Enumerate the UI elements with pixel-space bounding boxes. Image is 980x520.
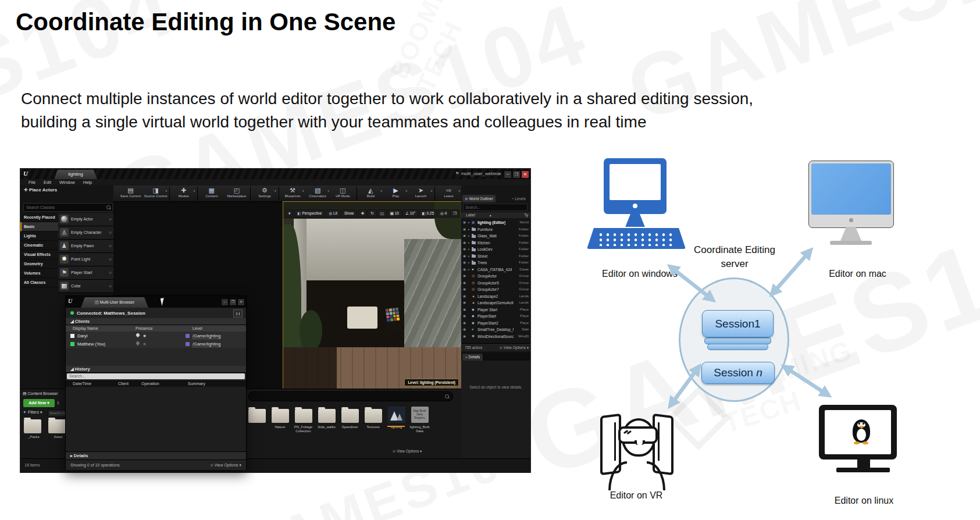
visibility-eye-icon[interactable]: ◉ (463, 253, 466, 260)
visibility-eye-icon[interactable]: ◉ (463, 280, 466, 287)
drag-grip-icon[interactable]: ≣ (109, 257, 112, 261)
outliner-row-trees[interactable]: ◉▸TreesFolder (461, 259, 530, 266)
drag-grip-icon[interactable]: ≣ (109, 217, 112, 221)
menu-edit[interactable]: Edit (44, 179, 51, 186)
place-item-cube[interactable]: Cube≣ (58, 280, 113, 293)
expand-arrow-icon[interactable]: ▸ (468, 233, 470, 240)
outliner-row-street[interactable]: ◉▸StreetFolder (461, 253, 530, 260)
maximize-viewport-icon[interactable]: ❐ (450, 209, 459, 218)
visibility-eye-icon[interactable]: ◉ (463, 246, 466, 253)
place-item-point-light[interactable]: Point Light≣ (58, 253, 113, 266)
outliner-row-glass-wall[interactable]: ◉▸Glass_WallFolder (461, 233, 530, 240)
toolbar-save-current[interactable]: ▤Save Current (118, 186, 143, 201)
menu-window[interactable]: Window (59, 179, 75, 186)
toolbar-settings[interactable]: ⚙▾Settings (252, 186, 277, 201)
visibility-eye-icon[interactable]: ◉ (463, 226, 466, 233)
expand-arrow-icon[interactable]: ▸ (468, 246, 470, 253)
outliner-row-lookdev[interactable]: ◉▸LookDevFolder (461, 246, 530, 253)
visibility-eye-icon[interactable]: ◉ (463, 326, 466, 333)
tab-levels[interactable]: ◔Levels (509, 195, 528, 202)
toolbar-content[interactable]: ▦Content (199, 186, 224, 201)
toolbar-marketplace[interactable]: ◰Marketplace (224, 186, 249, 201)
client-level-link[interactable]: /Game/lighting (193, 341, 220, 347)
snap-value-2[interactable]: ◧ 0.25 (419, 209, 437, 218)
category-cinematic[interactable]: Cinematic (20, 241, 58, 250)
visibility-eye-icon[interactable]: ◉ (463, 219, 466, 226)
outliner-search-input[interactable]: Search... (463, 204, 528, 211)
filters-button[interactable]: ▼ Filters ▾ (23, 410, 42, 415)
client-row-daryl[interactable]: Daryl◉/Game/lighting (66, 332, 246, 340)
visibility-eye-icon[interactable]: ◉ (463, 307, 466, 314)
asset-lighting[interactable]: lighting (386, 407, 407, 433)
place-actors-search-input[interactable]: Search Classes (23, 203, 113, 212)
close-button[interactable]: ✕ (521, 170, 529, 179)
minimize-button[interactable]: ─ (221, 298, 229, 306)
chevron-down-icon[interactable]: ▾ (431, 189, 433, 193)
visibility-eye-icon[interactable]: ◉ (463, 273, 466, 280)
snap-value-0[interactable]: ▦ 10 (387, 209, 402, 218)
outliner-row-landscape2[interactable]: ◉▲Landscape2Lands (461, 293, 530, 300)
toolbar-build[interactable]: ◭▾Build (358, 186, 383, 201)
client-level-link[interactable]: /Game/lighting (193, 333, 220, 339)
add-new-button[interactable]: Add New ▾ (23, 399, 55, 407)
content-browser-search-input[interactable] (248, 391, 453, 401)
expand-arrow-icon[interactable]: ▸ (468, 226, 470, 233)
place-item-empty-character[interactable]: ♙Empty Character≣ (58, 226, 113, 240)
multi-user-tab[interactable]: ◫ Multi-User Browser (81, 297, 148, 308)
chevron-down-icon[interactable]: ▾ (459, 189, 461, 193)
asset-lighting-built-data[interactable]: Map Build Data Registrylighting_Built Da… (409, 407, 430, 433)
toolbar-vr-mode[interactable]: ◫VR Mode (330, 186, 355, 201)
viewport-options-caret[interactable]: ▾ (286, 209, 293, 218)
history-section-header[interactable]: ◢ History (66, 366, 246, 373)
clients-section-header[interactable]: ◢ Clients (66, 318, 246, 325)
outliner-row-groupactor[interactable]: ◉◎GroupActorGroup (461, 273, 530, 280)
toolbar-blueprints[interactable]: ⚒▾Blueprints (280, 186, 305, 201)
toolbar-modes[interactable]: ✚▾Modes (171, 186, 196, 201)
rotate-icon[interactable]: ↻ (368, 209, 376, 218)
outliner-row-groupactor5[interactable]: ◉◎GroupActor5Group (461, 280, 530, 287)
minimize-button[interactable]: ─ (504, 170, 512, 179)
expand-arrow-icon[interactable]: ▸ (468, 240, 470, 247)
expand-arrow-icon[interactable]: ▸ (468, 253, 470, 260)
history-view-options[interactable]: ⊙View Options ▾ (210, 463, 241, 468)
pause-session-button[interactable]: ❙❙ (233, 309, 243, 318)
outliner-row-smalltree-desktop-field2[interactable]: ◉♠SmallTree_Desktop_Field2Stati (461, 326, 530, 333)
outliner-row-playerstart[interactable]: ◉◆PlayerStartPlaye (461, 313, 530, 320)
toolbar-source-control[interactable]: ◨▾Source Control (143, 186, 168, 201)
place-item-player-start[interactable]: ⚑Player Start≣ (58, 266, 113, 280)
chevron-down-icon[interactable]: ▾ (166, 189, 168, 193)
chevron-down-icon[interactable]: ▾ (380, 189, 382, 193)
toolbar-leave[interactable]: ⇨▾Leave (436, 186, 461, 201)
tab-details[interactable]: ⌕ Details (462, 354, 483, 361)
visibility-eye-icon[interactable]: ◉ (463, 266, 466, 273)
close-button[interactable]: ✕ (237, 298, 245, 306)
chevron-down-icon[interactable]: ▾ (275, 189, 276, 193)
outliner-row-casa-itatiba-424[interactable]: ◉▸●CASA_ITATIBA_424Datas (461, 266, 530, 273)
chevron-down-icon[interactable]: ▾ (194, 189, 195, 193)
category-visual-effects[interactable]: Visual Effects (20, 250, 58, 259)
drag-grip-icon[interactable]: ≣ (109, 270, 112, 275)
viewport-show-button[interactable]: Show (341, 209, 357, 218)
chevron-down-icon[interactable]: ▾ (405, 189, 407, 193)
visibility-eye-icon[interactable]: ◉ (463, 259, 466, 266)
restore-button[interactable]: ❐ (512, 170, 521, 179)
client-row-matthew-you[interactable]: Matthew (You)◉/Game/lighting (66, 340, 246, 348)
category-recently-placed[interactable]: Recently Placed (20, 213, 58, 222)
expand-arrow-icon[interactable]: ▸ (468, 219, 470, 226)
content-browser-view-options[interactable]: ⊙View Options ▾ (393, 449, 422, 454)
outliner-row-groupactor7[interactable]: ◉◎GroupActor7Group (461, 286, 530, 293)
menu-help[interactable]: Help (83, 179, 92, 186)
visibility-eye-icon[interactable]: ◉ (463, 333, 466, 340)
tab-world-outliner[interactable]: ≣World Outliner (462, 195, 496, 202)
scale-icon[interactable]: ◱ (377, 209, 387, 218)
viewport-perspective-button[interactable]: ◧Perspective (294, 209, 325, 218)
visibility-eye-icon[interactable]: ◉ (463, 286, 466, 293)
viewport[interactable]: ▾ ◧Perspective◍LitShow ✚↻◱▦ 10∠ 10°◧ 0.2… (283, 202, 461, 389)
category-geometry[interactable]: Geometry (20, 259, 58, 269)
category-lights[interactable]: Lights (20, 231, 58, 241)
chevron-down-icon[interactable]: ▾ (327, 189, 329, 193)
outliner-row-lighting-editor[interactable]: ◉▸◍lighting (Editor)World (461, 219, 530, 226)
content-browser-search-small[interactable]: Search Content (48, 409, 66, 417)
chevron-down-icon[interactable]: ▾ (302, 189, 304, 193)
category-basic[interactable]: Basic (20, 222, 58, 231)
